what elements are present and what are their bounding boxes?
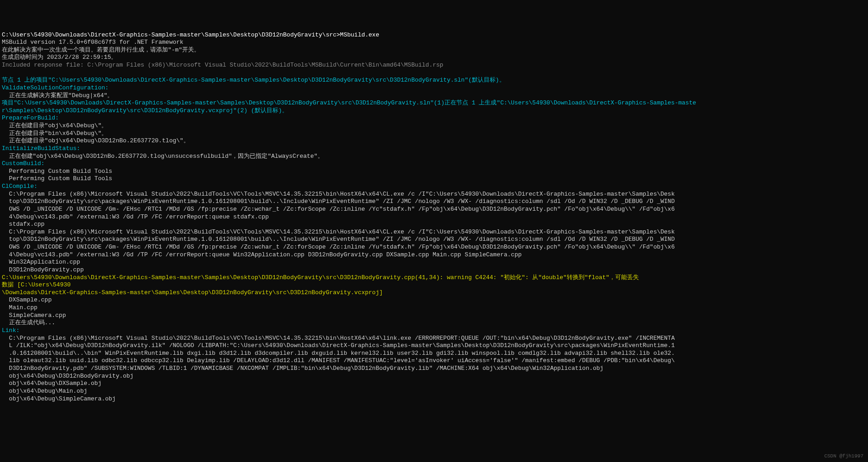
console-line: L /ILK:"obj\x64\Debug\D3D12nBodyGravity.… xyxy=(2,342,866,350)
console-line: C:\Program Files (x86)\Microsoft Visual … xyxy=(2,228,866,236)
console-line xyxy=(2,69,866,77)
console-line: .0.161208001\build\..\bin" WinPixEventRu… xyxy=(2,350,866,358)
terminal-output[interactable]: C:\Users\54930\Downloads\DirectX-Graphic… xyxy=(2,31,866,403)
console-line: InitializeBuildStatus: xyxy=(2,145,866,153)
console-line: PrepareForBuild: xyxy=(2,114,866,122)
console-line: top\D3D12nBodyGravity\src\packages\WinPi… xyxy=(2,236,866,244)
console-line: 正在创建"obj\x64\Debug\D3D12nBo.2E637720.tlo… xyxy=(2,153,866,161)
console-line: 正在生成解决方案配置"Debug|x64"。 xyxy=(2,92,866,100)
console-line: 数据 [C:\Users\54930 xyxy=(2,281,866,289)
console-line: OWS /D _UNICODE /D UNICODE /Gm- /EHsc /R… xyxy=(2,244,866,251)
console-line: Performing Custom Build Tools xyxy=(2,175,866,183)
console-line: obj\x64\Debug\Main.obj xyxy=(2,388,866,395)
console-line: 项目"C:\Users\54930\Downloads\DirectX-Grap… xyxy=(2,99,866,107)
console-line: C:\Program Files (x86)\Microsoft Visual … xyxy=(2,335,866,343)
console-line: Included response file: C:\Program Files… xyxy=(2,62,866,69)
console-line: 在此解决方案中一次生成一个项目。若要启用并行生成，请添加"-m"开关。 xyxy=(2,47,866,54)
console-line: SimpleCamera.cpp xyxy=(2,312,866,320)
console-line: D3D12nBodyGravity.cpp xyxy=(2,266,866,274)
console-line: C:\Users\54930\Downloads\DirectX-Graphic… xyxy=(2,31,866,39)
console-line: C:\Program Files (x86)\Microsoft Visual … xyxy=(2,191,866,198)
console-line: 生成启动时间为 2023/2/28 22:59:15。 xyxy=(2,54,866,62)
console-line: 正在生成代码... xyxy=(2,319,866,327)
console-line: 正在创建目录"obj\x64\Debug\"。 xyxy=(2,122,866,130)
console-line: obj\x64\Debug\DXSample.obj xyxy=(2,380,866,388)
console-line: C:\Users\54930\Downloads\DirectX-Graphic… xyxy=(2,274,866,282)
console-line: r\Samples\Desktop\D3D12nBodyGravity\src\… xyxy=(2,107,866,115)
console-line: top\D3D12nBodyGravity\src\packages\WinPi… xyxy=(2,198,866,206)
console-line: 节点 1 上的项目"C:\Users\54930\Downloads\Direc… xyxy=(2,77,866,84)
console-line: 正在创建目录"obj\x64\Debug\D3D12nBo.2E637720.t… xyxy=(2,137,866,145)
console-line: lib oleaut32.lib uuid.lib odbc32.lib odb… xyxy=(2,357,866,365)
console-line: Main.cpp xyxy=(2,304,866,312)
console-line: OWS /D _UNICODE /D UNICODE /Gm- /EHsc /R… xyxy=(2,206,866,213)
console-line: Link: xyxy=(2,327,866,335)
console-line: ClCompile: xyxy=(2,183,866,191)
console-line: CustomBuild: xyxy=(2,160,866,168)
console-line: MSBuild version 17.5.0+6f08c67f3 for .NE… xyxy=(2,39,866,47)
console-line: Win32Application.cpp xyxy=(2,259,866,266)
console-line: D3D12nBodyGravity.pdb" /SUBSYSTEM:WINDOW… xyxy=(2,365,866,373)
console-line: 正在创建目录"bin\x64\Debug\"。 xyxy=(2,130,866,138)
console-line: 4\Debug\vc143.pdb" /external:W3 /Gd /TP … xyxy=(2,251,866,259)
console-line: DXSample.cpp xyxy=(2,296,866,304)
console-line: 4\Debug\vc143.pdb" /external:W3 /Gd /TP … xyxy=(2,213,866,221)
console-line: Performing Custom Build Tools xyxy=(2,168,866,176)
console-line: \Downloads\DirectX-Graphics-Samples-mast… xyxy=(2,289,866,297)
console-line: stdafx.cpp xyxy=(2,221,866,228)
console-line: ValidateSolutionConfiguration: xyxy=(2,84,866,92)
console-line: obj\x64\Debug\SimpleCamera.obj xyxy=(2,395,866,403)
console-line: obj\x64\Debug\D3D12nBodyGravity.obj xyxy=(2,373,866,380)
